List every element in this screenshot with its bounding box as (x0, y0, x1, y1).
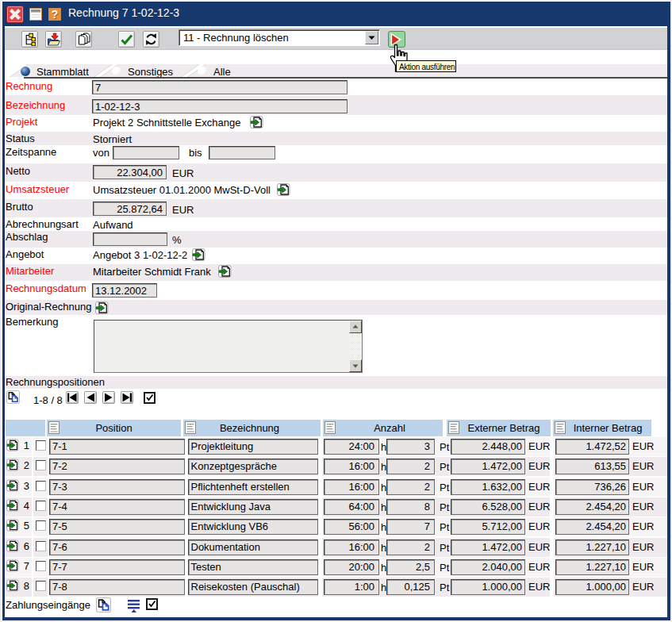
svg-text:?: ? (52, 8, 59, 21)
